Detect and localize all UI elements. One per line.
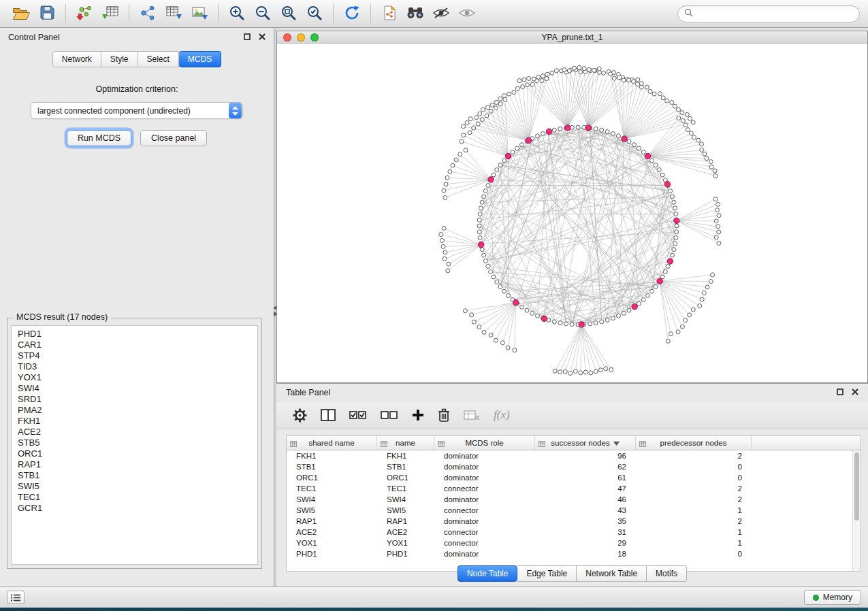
task-history-button[interactable] <box>7 591 25 604</box>
mcds-result-item[interactable]: SWI4 <box>12 383 257 394</box>
table-cell: 2 <box>636 517 752 525</box>
mcds-result-item[interactable]: CAR1 <box>12 340 257 350</box>
table-scrollbar-thumb[interactable] <box>854 452 859 521</box>
window-close-button[interactable] <box>283 33 291 42</box>
column-type-icon <box>438 440 445 448</box>
memory-button[interactable]: Memory <box>804 590 861 605</box>
close-panel-icon[interactable] <box>259 33 266 42</box>
table-row[interactable]: STB1STB1dominator620 <box>287 461 852 472</box>
float-table-panel-icon[interactable] <box>837 388 843 397</box>
select-all-columns-button[interactable] <box>349 410 367 420</box>
mcds-result-item[interactable]: PHD1 <box>12 329 257 340</box>
close-panel-button[interactable]: Close panel <box>140 130 207 146</box>
export-table-icon <box>165 5 182 23</box>
run-mcds-button[interactable]: Run MCDS <box>67 130 131 146</box>
table-panel-header: Table Panel <box>276 384 868 401</box>
table-row[interactable]: YOX1YOX1connector291 <box>287 538 852 548</box>
table-scrollbar[interactable] <box>852 450 861 571</box>
zoom-out-button[interactable] <box>250 2 276 25</box>
save-session-button[interactable] <box>34 2 60 25</box>
zoom-fit-button[interactable] <box>276 2 302 25</box>
close-table-panel-icon[interactable] <box>852 388 858 397</box>
table-cell: PHD1 <box>287 550 377 558</box>
mcds-result-item[interactable]: ORC1 <box>12 448 257 459</box>
export-table-button[interactable] <box>161 2 187 25</box>
mcds-result-item[interactable]: FKH1 <box>12 416 257 427</box>
create-column-button[interactable] <box>412 409 424 421</box>
column-header-successor-nodes[interactable]: successor nodes <box>535 436 636 450</box>
mcds-result-item[interactable]: RAP1 <box>12 459 257 470</box>
table-cell: ACE2 <box>377 528 434 536</box>
delete-column-button[interactable] <box>438 408 450 423</box>
network-canvas[interactable] <box>277 44 867 382</box>
table-cell: 0 <box>636 550 752 558</box>
gear-icon <box>293 408 307 423</box>
mcds-result-list[interactable]: PHD1CAR1STP4TID3YOX1SWI4SRD1PMA2FKH1ACE2… <box>11 325 258 565</box>
table-row[interactable]: ACE2ACE2connector311 <box>287 527 852 538</box>
sort-indicator-icon[interactable] <box>613 439 620 447</box>
table-cell: 0 <box>636 474 752 482</box>
window-minimize-button[interactable] <box>297 33 305 42</box>
mcds-result-item[interactable]: STB5 <box>12 437 257 448</box>
mcds-result-item[interactable]: ACE2 <box>12 427 257 437</box>
tab-edge-table[interactable]: Edge Table <box>517 565 577 582</box>
export-image-button[interactable] <box>187 2 212 25</box>
show-graphics-details-button[interactable] <box>454 2 480 25</box>
zoom-selected-icon <box>306 5 323 23</box>
import-table-button[interactable] <box>97 2 123 25</box>
node-table: shared name name MCDS role successor nod… <box>286 435 861 572</box>
table-row[interactable]: SWI5SWI5connector431 <box>287 505 852 516</box>
search-input[interactable] <box>697 9 853 18</box>
function-builder-button: f(x) <box>494 408 510 422</box>
window-maximize-button[interactable] <box>310 33 319 42</box>
refresh-button[interactable] <box>339 2 365 25</box>
mcds-result-item[interactable]: STB1 <box>12 470 257 481</box>
column-header-name[interactable]: name <box>377 436 434 450</box>
mcds-result-item[interactable]: TEC1 <box>12 492 257 503</box>
zoom-selected-button[interactable] <box>302 2 327 25</box>
mcds-result-item[interactable]: TID3 <box>12 361 257 372</box>
memory-status-icon <box>813 595 819 601</box>
deselect-all-columns-button[interactable] <box>381 410 398 420</box>
search-box[interactable] <box>677 5 860 22</box>
mcds-result-item[interactable]: PMA2 <box>12 405 257 416</box>
export-document-button[interactable] <box>376 2 402 25</box>
table-row[interactable]: RAP1RAP1dominator352 <box>287 516 852 527</box>
tab-mcds[interactable]: MCDS <box>179 51 221 67</box>
hide-graphics-details-button[interactable] <box>428 2 454 25</box>
import-network-button[interactable] <box>71 2 97 25</box>
open-session-button[interactable] <box>8 2 34 25</box>
table-row[interactable]: TEC1TEC1connector472 <box>287 483 852 494</box>
show-columns-button[interactable] <box>321 409 336 421</box>
float-panel-icon[interactable] <box>244 33 251 42</box>
table-row[interactable]: ORC1ORC1dominator610 <box>287 472 852 483</box>
zoom-in-button[interactable] <box>224 2 250 25</box>
table-cell: 2 <box>636 484 752 493</box>
export-network-button[interactable] <box>135 2 161 25</box>
table-row[interactable]: SWI4SWI4dominator462 <box>287 494 852 505</box>
zoom-in-icon <box>229 5 245 23</box>
column-header-predecessor-nodes[interactable]: predecessor nodes <box>636 436 752 450</box>
criterion-select[interactable]: largest connected component (undirected) <box>31 102 243 119</box>
table-row[interactable]: PHD1PHD1dominator180 <box>287 548 852 559</box>
tab-motifs[interactable]: Motifs <box>647 565 687 582</box>
tab-network-table[interactable]: Network Table <box>577 565 647 582</box>
table-cell: 18 <box>535 550 636 558</box>
table-cell: YOX1 <box>287 539 377 547</box>
table-row[interactable]: FKH1FKH1dominator962 <box>287 450 852 461</box>
column-type-icon <box>290 440 297 448</box>
find-button[interactable] <box>402 2 428 25</box>
tab-network[interactable]: Network <box>52 51 101 67</box>
column-header-mcds-role[interactable]: MCDS role <box>434 436 535 450</box>
mcds-result-item[interactable]: STP4 <box>12 350 257 361</box>
column-header-shared-name[interactable]: shared name <box>287 436 377 450</box>
mcds-result-item[interactable]: SRD1 <box>12 394 257 405</box>
tab-select[interactable]: Select <box>138 51 179 67</box>
tab-style[interactable]: Style <box>101 51 138 67</box>
table-settings-button[interactable] <box>293 408 307 423</box>
network-window-titlebar[interactable]: YPA_prune.txt_1 <box>277 31 867 44</box>
tab-node-table[interactable]: Node Table <box>457 565 518 582</box>
mcds-result-item[interactable]: YOX1 <box>12 372 257 383</box>
mcds-result-item[interactable]: GCR1 <box>12 503 257 514</box>
mcds-result-item[interactable]: SWI5 <box>12 481 257 492</box>
